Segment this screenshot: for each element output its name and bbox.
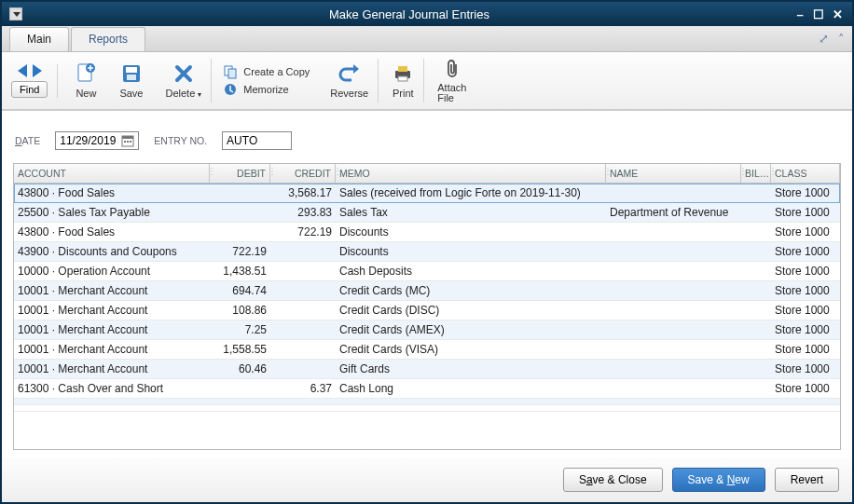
cell-memo[interactable]: Discounts: [336, 223, 606, 241]
cell-credit[interactable]: 293.83: [270, 203, 336, 222]
cell-account[interactable]: 10001 · Merchant Account: [14, 360, 210, 378]
cell-credit[interactable]: 6.37: [270, 379, 336, 398]
new-button[interactable]: New: [65, 59, 106, 102]
cell-credit[interactable]: [270, 320, 336, 339]
cell-name[interactable]: [606, 405, 741, 411]
create-copy-button[interactable]: Create a Copy: [223, 64, 310, 79]
cell-name[interactable]: [606, 242, 741, 261]
cell-credit[interactable]: [270, 301, 336, 320]
cell-class[interactable]: Store 1000: [771, 360, 840, 378]
cell-name[interactable]: [606, 320, 741, 339]
delete-button[interactable]: Delete ▾: [156, 59, 212, 102]
cell-bill[interactable]: [741, 340, 771, 359]
cell-debit[interactable]: [210, 203, 270, 222]
cell-bill[interactable]: [741, 223, 771, 241]
cell-bill[interactable]: [741, 320, 771, 339]
cell-memo[interactable]: Credit Cards (DISC): [336, 301, 606, 320]
save-new-button[interactable]: Save & New: [672, 468, 765, 492]
cell-memo[interactable]: Sales (received from Logic Forte on 2019…: [336, 184, 606, 202]
attach-file-button[interactable]: Attach File: [428, 54, 475, 107]
col-account[interactable]: ACCOUNT: [14, 164, 210, 183]
cell-memo[interactable]: Gift Cards: [336, 360, 606, 378]
cell-credit[interactable]: [270, 242, 336, 261]
cell-memo[interactable]: Credit Cards (MC): [336, 281, 606, 300]
cell-bill[interactable]: [741, 379, 771, 398]
cell-account[interactable]: 10001 · Merchant Account: [14, 301, 210, 320]
table-row[interactable]: 25500 · Sales Tax Payable293.83Sales Tax…: [14, 203, 840, 223]
close-icon[interactable]: ✕: [830, 7, 845, 20]
table-row[interactable]: [14, 405, 840, 412]
cell-class[interactable]: Store 1000: [771, 379, 840, 398]
cell-account[interactable]: 10001 · Merchant Account: [14, 340, 210, 359]
cell-name[interactable]: [606, 262, 741, 280]
calendar-icon[interactable]: [121, 134, 134, 147]
maximize-icon[interactable]: ☐: [811, 7, 826, 20]
table-row[interactable]: 43800 · Food Sales722.19DiscountsStore 1…: [14, 223, 840, 242]
cell-account[interactable]: 25500 · Sales Tax Payable: [14, 203, 210, 222]
cell-account[interactable]: 10001 · Merchant Account: [14, 320, 210, 339]
cell-account[interactable]: 61300 · Cash Over and Short: [14, 379, 210, 398]
cell-memo[interactable]: [336, 405, 606, 411]
next-record-icon[interactable]: [33, 64, 42, 77]
date-input[interactable]: 11/29/2019: [55, 131, 139, 150]
cell-debit[interactable]: 1,438.51: [210, 262, 270, 280]
cell-memo[interactable]: Sales Tax: [336, 203, 606, 222]
cell-credit[interactable]: [270, 281, 336, 300]
cell-account[interactable]: 43800 · Food Sales: [14, 223, 210, 241]
cell-class[interactable]: Store 1000: [771, 223, 840, 241]
cell-account[interactable]: [14, 405, 210, 411]
col-bill[interactable]: BIL…: [741, 164, 771, 183]
cell-memo[interactable]: Credit Cards (AMEX): [336, 320, 606, 339]
save-button[interactable]: Save: [110, 59, 152, 102]
cell-name[interactable]: [606, 379, 741, 398]
table-row[interactable]: 10001 · Merchant Account694.74Credit Car…: [14, 281, 840, 301]
cell-bill[interactable]: [741, 399, 771, 404]
cell-bill[interactable]: [741, 405, 771, 411]
cell-debit[interactable]: 1,558.55: [210, 340, 270, 359]
table-row[interactable]: 10001 · Merchant Account60.46Gift CardsS…: [14, 360, 840, 379]
cell-name[interactable]: [606, 360, 741, 378]
cell-memo[interactable]: Discounts: [336, 242, 606, 261]
cell-class[interactable]: [771, 399, 840, 404]
cell-account[interactable]: 43900 · Discounts and Coupons: [14, 242, 210, 261]
cell-class[interactable]: Store 1000: [771, 203, 840, 222]
cell-memo[interactable]: Cash Deposits: [336, 262, 606, 280]
minimize-icon[interactable]: –: [792, 7, 807, 20]
find-button[interactable]: Find: [11, 81, 48, 98]
cell-bill[interactable]: [741, 262, 771, 280]
table-row[interactable]: 10001 · Merchant Account1,558.55Credit C…: [14, 340, 840, 360]
col-class[interactable]: CLASS: [771, 164, 840, 183]
cell-class[interactable]: [771, 405, 840, 411]
cell-credit[interactable]: [270, 360, 336, 378]
chevron-up-icon[interactable]: ˄: [838, 32, 845, 46]
cell-class[interactable]: Store 1000: [771, 320, 840, 339]
table-row[interactable]: 10001 · Merchant Account7.25Credit Cards…: [14, 320, 840, 340]
print-button[interactable]: Print: [382, 59, 424, 102]
cell-debit[interactable]: 722.19: [210, 242, 270, 261]
cell-debit[interactable]: [210, 399, 270, 404]
cell-name[interactable]: [606, 184, 741, 202]
cell-debit[interactable]: 7.25: [210, 320, 270, 339]
cell-bill[interactable]: [741, 281, 771, 300]
cell-credit[interactable]: 722.19: [270, 223, 336, 241]
cell-debit[interactable]: [210, 184, 270, 202]
cell-bill[interactable]: [741, 301, 771, 320]
cell-class[interactable]: Store 1000: [771, 340, 840, 359]
table-row[interactable]: 61300 · Cash Over and Short6.37Cash Long…: [14, 379, 840, 399]
cell-name[interactable]: [606, 340, 741, 359]
cell-credit[interactable]: [270, 405, 336, 411]
table-row[interactable]: 10001 · Merchant Account108.86Credit Car…: [14, 301, 840, 320]
cell-credit[interactable]: [270, 262, 336, 280]
system-menu-icon[interactable]: [9, 7, 22, 20]
table-row[interactable]: [14, 399, 840, 405]
cell-memo[interactable]: Credit Cards (VISA): [336, 340, 606, 359]
cell-bill[interactable]: [741, 360, 771, 378]
table-row[interactable]: 10000 · Operation Account1,438.51Cash De…: [14, 262, 840, 281]
cell-bill[interactable]: [741, 203, 771, 222]
cell-debit[interactable]: 60.46: [210, 360, 270, 378]
expand-icon[interactable]: ⤢: [819, 32, 829, 46]
col-debit[interactable]: DEBIT: [210, 164, 270, 183]
cell-account[interactable]: 43800 · Food Sales: [14, 184, 210, 202]
cell-bill[interactable]: [741, 184, 771, 202]
cell-class[interactable]: Store 1000: [771, 184, 840, 202]
